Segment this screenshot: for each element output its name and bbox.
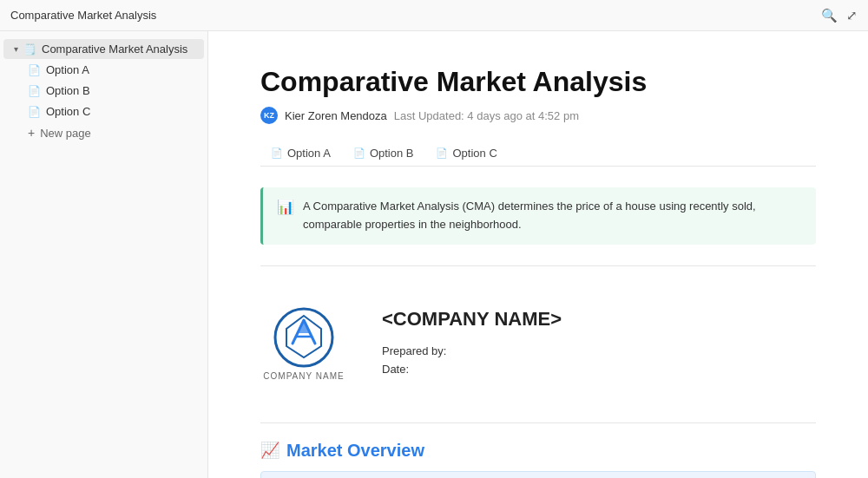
plus-icon: + (28, 126, 35, 140)
section-title: Market Overview (286, 441, 424, 461)
topbar-title: Comparative Market Analysis (10, 9, 156, 22)
tab-label-b: Option B (370, 147, 414, 160)
sidebar: ▾ 🗒️ Comparative Market Analysis 📄 Optio… (0, 31, 208, 478)
main-content: Comparative Market Analysis KZ Kier Zore… (208, 31, 868, 478)
tab-bar: 📄 Option A 📄 Option B 📄 Option C (260, 141, 816, 167)
sidebar-item-label-c: Option C (46, 105, 90, 118)
tab-label-a: Option A (287, 147, 331, 160)
sidebar-item-option-a[interactable]: 📄 Option A (3, 60, 204, 80)
divider-1 (260, 265, 816, 266)
search-icon[interactable]: 🔍 (821, 8, 838, 23)
arrow-icon: ▾ (14, 44, 18, 54)
divider-2 (260, 422, 816, 423)
meta-section: KZ Kier Zoren Mendoza Last Updated: 4 da… (260, 107, 816, 124)
new-page-label: New page (40, 127, 91, 140)
new-page-button[interactable]: + New page (3, 122, 204, 143)
company-name: <COMPANY NAME> (382, 308, 562, 331)
avatar: KZ (260, 107, 278, 124)
tab-icon-a: 📄 (271, 147, 283, 159)
prepared-by-label: Prepared by: (382, 344, 446, 357)
page-icon-a: 📄 (28, 64, 41, 76)
section-icon: 📈 (260, 441, 279, 460)
sidebar-root-label: Comparative Market Analysis (42, 43, 187, 56)
expand-icon[interactable]: ⤢ (846, 8, 858, 23)
company-card: COMPANY NAME <COMPANY NAME> Prepared by:… (260, 284, 816, 405)
layout: ▾ 🗒️ Comparative Market Analysis 📄 Optio… (0, 31, 868, 478)
tab-label-c: Option C (452, 147, 496, 160)
company-info: <COMPANY NAME> Prepared by: Date: (382, 308, 562, 381)
tab-option-c[interactable]: 📄 Option C (425, 141, 507, 167)
market-overview-header: 📈 Market Overview (260, 441, 816, 461)
info-box: 📊 A Comparative Market Analysis (CMA) de… (260, 187, 816, 245)
last-updated: Last Updated: 4 days ago at 4:52 pm (394, 109, 579, 122)
prepared-by-field: Prepared by: (382, 344, 562, 357)
author-name: Kier Zoren Mendoza (285, 109, 387, 122)
topbar-actions: 🔍 ⤢ (821, 8, 858, 23)
page-icon-c: 📄 (28, 106, 41, 118)
hint-box: 💡 Define in this section the market situ… (260, 471, 816, 478)
info-box-text: A Comparative Market Analysis (CMA) dete… (303, 198, 802, 234)
sidebar-item-option-c[interactable]: 📄 Option C (3, 101, 204, 121)
page-icon: 🗒️ (23, 43, 36, 56)
tab-icon-c: 📄 (436, 147, 448, 159)
sidebar-root-item[interactable]: ▾ 🗒️ Comparative Market Analysis (3, 39, 204, 59)
tab-option-a[interactable]: 📄 Option A (260, 141, 341, 167)
topbar: Comparative Market Analysis 🔍 ⤢ (0, 0, 868, 31)
date-field: Date: (382, 363, 562, 376)
tab-option-b[interactable]: 📄 Option B (343, 141, 424, 167)
date-label: Date: (382, 363, 409, 376)
sidebar-item-label-b: Option B (46, 84, 90, 97)
sidebar-item-label-a: Option A (46, 63, 89, 76)
tab-icon-b: 📄 (353, 147, 365, 159)
page-icon-b: 📄 (28, 85, 41, 97)
company-logo-label: COMPANY NAME (263, 371, 344, 381)
sidebar-item-option-b[interactable]: 📄 Option B (3, 81, 204, 101)
page-title: Comparative Market Analysis (260, 66, 816, 98)
info-box-icon: 📊 (277, 199, 294, 215)
company-logo: COMPANY NAME (260, 301, 347, 388)
